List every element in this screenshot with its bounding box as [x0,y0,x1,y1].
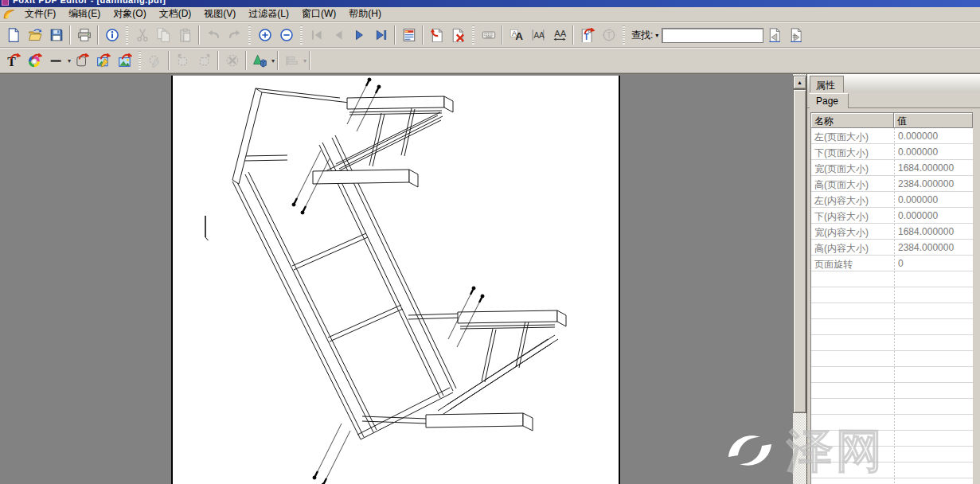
line-style-button[interactable] [45,50,67,71]
toolbar-grip[interactable] [623,25,625,45]
add-color-button[interactable] [24,50,45,71]
table-row[interactable]: 宽(页面大小)1684.000000 [811,160,973,176]
prop-value[interactable]: 0 [894,256,973,271]
save-button[interactable] [45,25,67,45]
find-input[interactable] [662,28,763,43]
toolbar-standard: A A AA AA T [0,22,980,48]
toolbar-objects: T ▾ [0,48,980,73]
prop-value[interactable]: 2384.000000 [894,240,973,256]
column-header-name[interactable]: 名称 [811,113,894,128]
prop-value[interactable]: 1684.000000 [894,160,973,176]
bring-forward-button[interactable] [193,50,215,71]
menu-edit[interactable]: 编辑(E) [62,6,107,22]
document-canvas[interactable] [0,74,793,484]
table-row[interactable]: 左(页面大小)0.000000 [811,128,973,144]
insert-text-button[interactable]: T [576,25,598,45]
prop-name: 宽(内容大小) [811,224,894,240]
align-caret[interactable]: ▾ [303,57,306,64]
menu-document[interactable]: 文档(D) [153,6,198,22]
zoom-in-button[interactable] [254,25,275,45]
table-row[interactable]: 高(内容大小)2384.000000 [811,240,973,256]
bring-forward-icon [197,53,212,68]
properties-title[interactable]: 属性 [810,76,844,92]
tab-page[interactable]: Page [810,93,849,108]
document-info-button[interactable] [101,25,123,45]
text-orientation-button[interactable]: T [598,25,619,45]
toolbar-grip[interactable] [139,51,141,70]
previous-page-button[interactable] [327,25,349,45]
prop-name: 下(页面大小) [811,144,894,160]
prop-value[interactable]: 0.000000 [894,192,973,208]
prop-value[interactable]: 0.000000 [894,144,973,160]
table-row[interactable]: 高(页面大小)2384.000000 [811,176,973,192]
zoom-out-button[interactable] [275,25,297,45]
add-text-icon: T [6,53,21,68]
prop-value[interactable]: 0.000000 [894,208,973,224]
toolbar-grip[interactable] [248,25,251,45]
toolbar-grip[interactable] [472,25,474,45]
separator [245,51,247,70]
new-document-button[interactable] [2,25,24,45]
keyboard-button[interactable] [478,25,499,45]
column-header-value[interactable]: 值 [894,113,973,128]
import-page-button[interactable] [426,25,447,45]
char-spacing-button[interactable]: AA [549,25,570,45]
window-title: Foxit PDF Editor - [danhuang.pdf] [13,0,166,5]
paste-button[interactable] [174,25,196,45]
page-properties-button[interactable] [398,25,420,45]
font-button[interactable]: A A [506,25,527,45]
pdf-page[interactable] [171,76,620,484]
menu-object[interactable]: 对象(O) [107,6,152,22]
next-page-icon [353,28,367,42]
redo-icon [228,28,242,42]
table-row[interactable]: 左(内容大小)0.000000 [811,192,973,208]
kerning-button[interactable]: AA [527,25,549,45]
table-row[interactable]: 页面旋转0 [811,256,973,271]
last-page-button[interactable] [370,25,392,45]
menu-help[interactable]: 帮助(H) [342,6,388,22]
properties-table-body: 左(页面大小)0.000000 下(页面大小)0.000000 宽(页面大小)1… [811,128,973,484]
edit-image-button[interactable] [92,50,114,71]
find-dropdown-caret[interactable]: ▾ [655,32,658,39]
table-row[interactable]: 下(内容大小)0.000000 [811,208,973,224]
add-image-button[interactable] [114,50,135,71]
menu-file[interactable]: 文件(F) [18,6,62,22]
delete-object-button[interactable] [221,50,243,71]
add-shape-caret[interactable]: ▾ [271,57,275,64]
delete-page-button[interactable] [447,25,469,45]
menu-view[interactable]: 视图(V) [197,6,242,22]
search-previous-button[interactable] [763,25,785,45]
toolbar-grip[interactable] [126,25,128,45]
prop-value[interactable]: 0.000000 [894,128,973,144]
print-button[interactable] [73,25,95,45]
edit-object-button[interactable] [144,50,166,71]
prop-value[interactable]: 1684.000000 [894,224,973,240]
edit-object-icon [148,53,162,68]
previous-page-icon [331,28,346,42]
menu-window[interactable]: 窗口(W) [295,6,342,22]
insert-text-icon: T [580,28,595,42]
scroll-up-button[interactable]: ▲ [793,76,806,89]
menu-filter[interactable]: 过滤器(L) [242,6,295,22]
send-backward-button[interactable] [172,50,193,71]
first-page-button[interactable] [306,25,327,45]
add-shading-button[interactable] [71,50,92,71]
align-button[interactable] [281,50,303,71]
search-next-button[interactable] [785,25,806,45]
svg-text:AA: AA [533,31,545,40]
add-shape-button[interactable] [249,50,271,71]
redo-button[interactable] [224,25,245,45]
toolbar-grip[interactable] [300,25,303,45]
table-row[interactable]: 宽(内容大小)1684.000000 [811,224,973,240]
cut-button[interactable] [131,25,153,45]
undo-button[interactable] [202,25,224,45]
table-row[interactable]: 下(页面大小)0.000000 [811,144,973,160]
open-file-button[interactable] [24,25,45,45]
zoom-in-icon [258,28,272,42]
copy-button[interactable] [153,25,174,45]
edit-image-icon [96,53,111,68]
prop-value[interactable]: 2384.000000 [894,176,973,192]
add-text-button[interactable]: T [2,50,24,71]
next-page-button[interactable] [349,25,370,45]
scrollbar-thumb[interactable] [793,89,806,413]
